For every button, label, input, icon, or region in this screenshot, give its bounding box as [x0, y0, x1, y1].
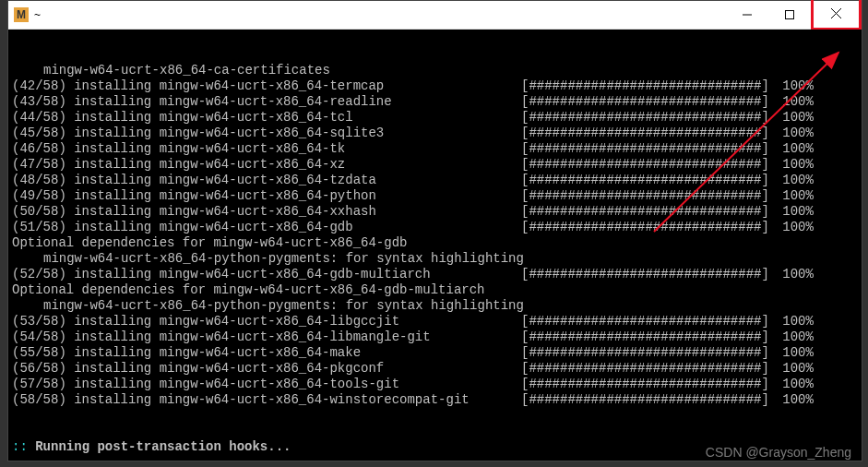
terminal-body[interactable]: mingw-w64-ucrt-x86_64-ca-certificates(42… — [8, 30, 862, 461]
output-line: (42/58) installing mingw-w64-ucrt-x86_64… — [12, 78, 858, 94]
output-line: mingw-w64-ucrt-x86_64-ca-certificates — [12, 63, 858, 78]
progress-bar: [##############################] — [521, 110, 769, 126]
output-line: (43/58) installing mingw-w64-ucrt-x86_64… — [12, 94, 858, 110]
output-line: (52/58) installing mingw-w64-ucrt-x86_64… — [12, 267, 858, 282]
output-line: (57/58) installing mingw-w64-ucrt-x86_64… — [12, 377, 858, 392]
window-title: ~ — [34, 8, 41, 21]
app-icon: M — [14, 7, 29, 22]
output-line: (49/58) installing mingw-w64-ucrt-x86_64… — [12, 188, 858, 204]
output-line: (53/58) installing mingw-w64-ucrt-x86_64… — [12, 314, 858, 329]
output-line: (56/58) installing mingw-w64-ucrt-x86_64… — [12, 361, 858, 377]
output-line: Optional dependencies for mingw-w64-ucrt… — [12, 282, 858, 298]
progress-bar: [##############################] — [521, 267, 769, 282]
output-line: (54/58) installing mingw-w64-ucrt-x86_64… — [12, 329, 858, 345]
close-button[interactable] — [811, 0, 862, 30]
minimize-button[interactable] — [726, 1, 768, 29]
terminal-window: M ~ mingw-w64-ucrt-x86_64-ca-certificate… — [7, 0, 862, 461]
output-line: Optional dependencies for mingw-w64-ucrt… — [12, 235, 858, 251]
progress-bar: [##############################] — [521, 377, 769, 392]
progress-bar: [##############################] — [521, 329, 769, 345]
progress-bar: [##############################] — [521, 173, 769, 188]
progress-bar: [##############################] — [521, 141, 769, 157]
progress-bar: [##############################] — [521, 94, 769, 110]
output-line: (58/58) installing mingw-w64-ucrt-x86_64… — [12, 392, 858, 408]
progress-bar: [##############################] — [521, 345, 769, 361]
progress-bar: [##############################] — [521, 126, 769, 141]
progress-bar: [##############################] — [521, 314, 769, 329]
progress-bar: [##############################] — [521, 204, 769, 220]
progress-bar: [##############################] — [521, 157, 769, 173]
output-line: (48/58) installing mingw-w64-ucrt-x86_64… — [12, 173, 858, 188]
output-line: (50/58) installing mingw-w64-ucrt-x86_64… — [12, 204, 858, 220]
progress-bar: [##############################] — [521, 220, 769, 235]
output-line: (51/58) installing mingw-w64-ucrt-x86_64… — [12, 220, 858, 235]
progress-bar: [##############################] — [521, 392, 769, 408]
output-line: mingw-w64-ucrt-x86_64-python-pygments: f… — [12, 298, 858, 314]
output-line: mingw-w64-ucrt-x86_64-python-pygments: f… — [12, 251, 858, 267]
output-line: (45/58) installing mingw-w64-ucrt-x86_64… — [12, 126, 858, 141]
output-line: (55/58) installing mingw-w64-ucrt-x86_64… — [12, 345, 858, 361]
output-line: (47/58) installing mingw-w64-ucrt-x86_64… — [12, 157, 858, 173]
titlebar: M ~ — [8, 1, 862, 30]
maximize-button[interactable] — [768, 1, 811, 29]
watermark: CSDN @Grayson_Zheng — [706, 445, 851, 460]
progress-bar: [##############################] — [521, 78, 769, 94]
progress-bar: [##############################] — [521, 361, 769, 377]
output-line: (46/58) installing mingw-w64-ucrt-x86_64… — [12, 141, 858, 157]
progress-bar: [##############################] — [521, 188, 769, 204]
output-line: (44/58) installing mingw-w64-ucrt-x86_64… — [12, 110, 858, 126]
svg-rect-1 — [786, 11, 794, 19]
